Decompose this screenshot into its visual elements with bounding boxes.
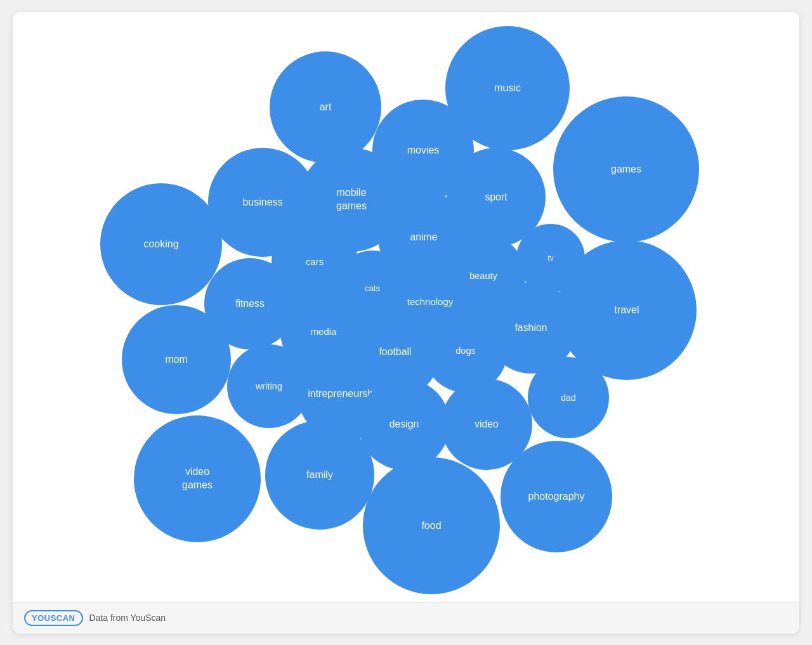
bubble-dad[interactable]: dad: [528, 357, 609, 438]
bubble-design[interactable]: design: [358, 379, 450, 470]
footer-label: Data from YouScan: [89, 613, 166, 623]
youscan-badge: YOUSCAN: [24, 610, 83, 626]
bubble-food[interactable]: food: [363, 457, 500, 594]
bubble-art[interactable]: art: [270, 51, 381, 163]
main-card: artmusicgamesmoviesbusinessmobile gamess…: [13, 12, 799, 634]
bubble-chart: artmusicgamesmoviesbusinessmobile gamess…: [13, 12, 799, 602]
bubble-mom[interactable]: mom: [122, 305, 231, 414]
footer: YOUSCAN Data from YouScan: [13, 602, 799, 634]
bubble-photography[interactable]: photography: [501, 441, 612, 552]
bubble-cooking[interactable]: cooking: [100, 183, 222, 305]
bubble-games[interactable]: games: [553, 96, 699, 242]
bubble-family[interactable]: family: [265, 420, 374, 530]
bubble-video-games[interactable]: video games: [134, 415, 261, 542]
